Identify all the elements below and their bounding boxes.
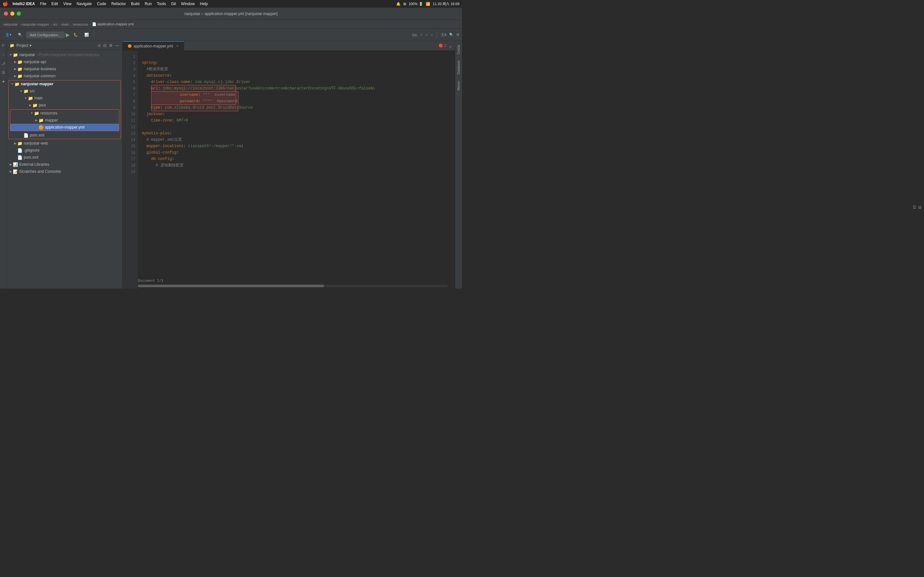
favorites-icon[interactable]: ★ — [1, 79, 6, 85]
tree-item-mapper[interactable]: ▼ 📁 nanjustar-mapper — [9, 81, 121, 87]
panel-icon-minimize[interactable]: — — [115, 43, 120, 48]
breadcrumb-mapper[interactable]: nanjustar-mapper — [21, 23, 49, 26]
menu-help[interactable]: Help — [198, 1, 210, 7]
code-line-10: jackson: — [142, 111, 451, 117]
tree-item-src[interactable]: ▼ 📁 src — [9, 87, 121, 95]
code-line-5: driver-class-name: com.mysql.cj.jdbc.Dri… — [142, 79, 451, 85]
notification-icon[interactable]: 🔔 — [396, 2, 401, 6]
menu-build[interactable]: Build — [129, 1, 142, 7]
code-line-1 — [142, 53, 451, 60]
panel-icon-locate[interactable]: ⊙ — [97, 43, 102, 48]
editor-area: 🟠 application-mapper.yml ✕ 🔴 2 ⌄ 1 2 3 4… — [123, 41, 455, 288]
menu-run[interactable]: Run — [143, 1, 153, 7]
menu-tools[interactable]: Tools — [155, 1, 168, 7]
menu-git[interactable]: Git — [169, 1, 178, 7]
apple-menu[interactable]: 🍎 — [3, 1, 8, 6]
tree-item-common[interactable]: ▶ 📁 nanjustar-common — [7, 73, 122, 79]
maximize-button[interactable] — [17, 11, 21, 16]
code-editor[interactable]: 1 2 3 4 5 6 7 8 9 10 11 12 13 14 15 16 1… — [123, 51, 455, 288]
panel-icon-settings[interactable]: ⚙ — [108, 43, 113, 48]
git-push[interactable]: ↑ — [431, 33, 433, 37]
menu-navigate[interactable]: Navigate — [75, 1, 94, 7]
right-tab-codda[interactable]: Codda — [456, 42, 461, 57]
code-content[interactable]: spring: #数据库配置 datasource: driver-class-… — [138, 51, 455, 288]
code-line-14: # mapper.xml位置 — [142, 137, 451, 143]
panel-header: 📁 Project ▾ ⊙ ⊟ ⚙ — — [7, 41, 122, 50]
breadcrumb-resources[interactable]: resources — [73, 23, 88, 26]
translate-icon[interactable]: 文A — [441, 32, 447, 37]
grid-icon[interactable]: ⊞ — [403, 2, 406, 6]
menu-intellij[interactable]: IntelliJ IDEA — [11, 1, 37, 7]
tree-item-java[interactable]: ▶ 📁 java — [9, 102, 121, 109]
tab-close-button[interactable]: ✕ — [176, 44, 179, 48]
panel-title: Project ▾ — [16, 43, 31, 48]
tree-item-gitignore[interactable]: 📄 .gitignore — [7, 147, 122, 154]
wifi-icon[interactable]: 📶 — [426, 2, 430, 6]
menu-refactor[interactable]: Refactor — [110, 1, 128, 7]
tree-item-pom[interactable]: 📄 pom.xml — [7, 154, 122, 161]
scrollbar-thumb[interactable] — [138, 285, 324, 287]
title-bar: nanjustar – application-mapper.yml [nanj… — [0, 8, 462, 20]
code-line-19 — [142, 169, 451, 175]
tree-item-mapper-folder[interactable]: ▶ 📁 mapper — [10, 117, 119, 124]
main-layout: P ↑ ⎇ ☰ ★ 📁 Project ▾ ⊙ ⊟ ⚙ — ▼ 📁 nanjus… — [0, 41, 462, 288]
menu-view[interactable]: View — [61, 1, 73, 7]
tab-yaml-icon: 🟠 — [128, 44, 132, 48]
menu-file[interactable]: File — [38, 1, 48, 7]
code-line-13: mybatis-plus: — [142, 130, 451, 137]
tree-item-application-mapper[interactable]: 🟠 application-mapper.yml — [10, 124, 119, 131]
tree-item-ext-libs[interactable]: ▶ 📊 External Libraries — [7, 161, 122, 168]
horizontal-scrollbar[interactable] — [138, 285, 448, 287]
tree-item-web[interactable]: ▶ 📁 nanjustar-web — [7, 140, 122, 147]
error-count-badge: 🔴 2 — [439, 44, 446, 48]
toolbar-search-btn[interactable]: 🔍 — [15, 32, 25, 38]
coverage-button[interactable]: 📊 — [82, 32, 91, 38]
tree-item-main[interactable]: ▼ 📁 main — [9, 95, 121, 102]
tree-item-pom-mapper[interactable]: 📄 pom.xml — [9, 132, 121, 139]
breadcrumb-nanjustar[interactable]: nanjustar — [3, 23, 18, 26]
code-line-15: mapper-locations: classpath*:/mapper/*.x… — [142, 143, 451, 149]
search-icon[interactable]: 🔍 — [449, 33, 454, 37]
right-tab-maven[interactable]: Maven — [456, 78, 461, 93]
debug-button[interactable]: 🐛 — [71, 32, 81, 38]
menu-edit[interactable]: Edit — [49, 1, 60, 7]
tree-item-resources[interactable]: ▼ 📁 resources — [10, 110, 119, 117]
breadcrumb-main[interactable]: main — [61, 23, 69, 26]
code-line-18: # 逻辑删除配置 — [142, 162, 451, 169]
commit-icon[interactable]: ↑ — [1, 53, 6, 58]
tree-item-api[interactable]: ▶ 📁 nanjustar-api — [7, 58, 122, 65]
code-line-2: spring: — [142, 60, 451, 66]
code-line-16: global-config: — [142, 149, 451, 156]
panel-icon-collapse[interactable]: ⊟ — [103, 43, 107, 48]
breadcrumb: nanjustar › nanjustar-mapper › src › mai… — [0, 20, 462, 29]
left-sidebar-icons: P ↑ ⎇ ☰ ★ — [0, 41, 7, 288]
toolbar-right: Git: ✓ ✓ ↑ 文A 🔍 ⚙ — [412, 32, 459, 38]
structure-icon[interactable]: ☰ — [1, 71, 6, 76]
project-icon[interactable]: P — [1, 44, 6, 49]
expand-button[interactable]: ⌄ — [449, 43, 452, 48]
menu-code[interactable]: Code — [95, 1, 108, 7]
add-configuration-button[interactable]: Add Configuration... — [26, 32, 65, 38]
tree-item-scratches[interactable]: ▶ 📝 Scratches and Consoles — [7, 168, 122, 175]
editor-tabs: 🟠 application-mapper.yml ✕ 🔴 2 ⌄ — [123, 41, 455, 51]
settings-icon[interactable]: ⚙ — [456, 33, 459, 37]
right-tab-database[interactable]: Database — [456, 58, 461, 77]
code-line-11: time-zone: GMT+8 — [142, 117, 451, 124]
tree-root[interactable]: ▼ 📁 nanjustar ~/Public/nanjustar-templat… — [7, 51, 122, 58]
code-line-3: #数据库配置 — [142, 66, 451, 73]
git-checkmark2[interactable]: ✓ — [425, 33, 428, 37]
git-icon[interactable]: ⎇ — [1, 61, 6, 67]
git-checkmark[interactable]: ✓ — [420, 33, 423, 37]
minimize-button[interactable] — [10, 11, 15, 16]
close-button[interactable] — [4, 11, 8, 16]
run-button[interactable]: ▶ — [66, 32, 69, 38]
breadcrumb-file[interactable]: 📄 application-mapper.yml — [92, 22, 134, 26]
datetime: 11 20 周六 16:09 — [433, 2, 459, 6]
tree-item-business[interactable]: ▶ 📁 nanjustar-business — [7, 65, 122, 73]
toolbar-profile-btn[interactable]: 👤▾ — [3, 32, 14, 38]
code-line-8: password: **** #password — [142, 98, 451, 105]
breadcrumb-src[interactable]: src — [53, 23, 58, 26]
editor-tab-mapper[interactable]: 🟠 application-mapper.yml ✕ — [123, 41, 184, 50]
menu-window[interactable]: Window — [179, 1, 197, 7]
tab-label: application-mapper.yml — [134, 44, 173, 48]
